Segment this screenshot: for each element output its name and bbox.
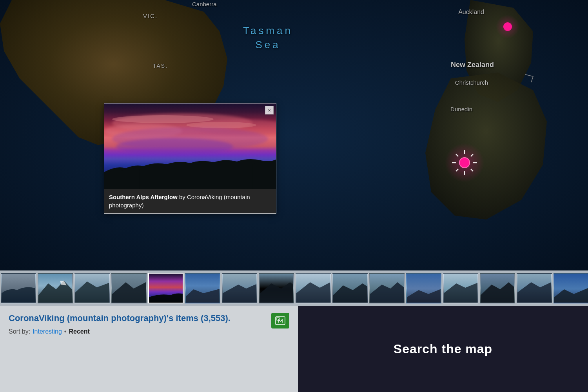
svg-point-22 [186, 122, 256, 128]
right-panel[interactable]: Search the map [298, 306, 588, 392]
filmstrip-thumb-9[interactable] [296, 273, 331, 303]
filmstrip-thumb-2[interactable] [38, 273, 73, 303]
filmstrip-thumb-11[interactable] [369, 273, 405, 303]
filmstrip-thumb-13[interactable] [443, 273, 478, 303]
flickr-map-icon-button[interactable] [271, 313, 289, 328]
filmstrip-thumb-15[interactable] [517, 273, 552, 303]
popup-caption: Southern Alps Afterglow by CoronaViking … [104, 189, 276, 213]
svg-point-21 [112, 115, 214, 123]
filmstrip-thumb-3[interactable] [74, 273, 110, 303]
search-the-map-button[interactable]: Search the map [394, 342, 492, 356]
sort-label: Sort by: [9, 328, 30, 335]
filmstrip-thumb-10[interactable] [332, 273, 368, 303]
svg-point-20 [116, 138, 233, 155]
bottom-panel: CoronaViking (mountain photography)'s it… [0, 306, 588, 392]
left-panel: CoronaViking (mountain photography)'s it… [0, 306, 298, 392]
filmstrip-thumb-16[interactable] [554, 273, 588, 303]
filmstrip-thumb-14[interactable] [480, 273, 515, 303]
filmstrip-thumb-7[interactable] [222, 273, 257, 303]
svg-rect-39 [276, 317, 285, 325]
popup-photo[interactable] [104, 103, 276, 189]
filmstrip-thumb-1[interactable] [1, 273, 36, 303]
filmstrip-thumb-4[interactable] [111, 273, 147, 303]
popup-close-button[interactable]: × [265, 106, 274, 114]
svg-point-3 [503, 22, 512, 31]
filmstrip-thumb-12[interactable] [406, 273, 441, 303]
dot-separator: • [64, 328, 67, 335]
filmstrip [0, 270, 588, 306]
sort-interesting-link[interactable]: Interesting [33, 328, 62, 335]
map-icon [275, 316, 285, 326]
sort-recent-label: Recent [69, 328, 89, 335]
left-panel-inner: CoronaViking (mountain photography)'s it… [9, 313, 289, 335]
filmstrip-thumb-8[interactable] [259, 273, 294, 303]
map-land-svg [0, 0, 588, 270]
filmstrip-thumb-5-active[interactable] [148, 273, 183, 303]
photo-popup: × [104, 103, 276, 214]
map-label-tasman-sea: Tasman Sea [243, 24, 293, 52]
filmstrip-thumb-6[interactable] [185, 273, 220, 303]
sort-row: Sort by: Interesting • Recent [9, 328, 289, 335]
map-container[interactable]: Canberra VIC. TAS. Tasman Sea Auckland N… [0, 0, 588, 270]
collection-title[interactable]: CoronaViking (mountain photography)'s it… [9, 313, 289, 324]
popup-photo-title: Southern Alps Afterglow [109, 194, 178, 200]
